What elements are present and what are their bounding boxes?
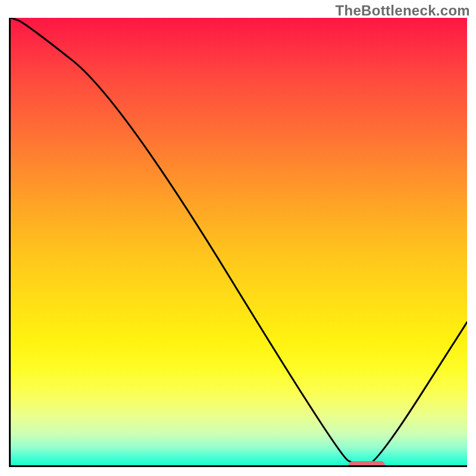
plot-area bbox=[9, 18, 467, 467]
bottleneck-chart: TheBottleneck.com bbox=[0, 0, 476, 476]
curve-path bbox=[11, 18, 467, 465]
watermark-text: TheBottleneck.com bbox=[336, 2, 470, 19]
bottleneck-curve bbox=[11, 18, 467, 465]
optimal-marker bbox=[349, 461, 385, 467]
